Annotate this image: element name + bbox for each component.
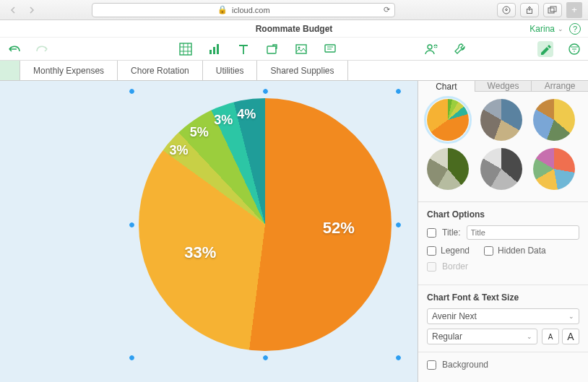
svg-rect-5	[209, 50, 212, 54]
chart-style-swatch[interactable]	[427, 99, 469, 141]
border-checkbox	[427, 262, 436, 272]
downloads-button[interactable]	[497, 3, 516, 17]
hidden-data-checkbox[interactable]	[484, 246, 493, 256]
table-button[interactable]	[178, 41, 194, 57]
new-tab-button[interactable]: +	[566, 2, 582, 18]
pie-slice-label: 3%	[214, 113, 233, 128]
svg-rect-2	[548, 8, 554, 13]
filter-button[interactable]	[566, 41, 582, 57]
inspector-tab-wedges[interactable]: Wedges	[475, 81, 532, 92]
svg-rect-7	[217, 44, 219, 54]
section-heading: Chart Options	[427, 209, 579, 220]
chevron-down-icon: ⌄	[558, 25, 563, 32]
background-checkbox[interactable]	[427, 360, 436, 370]
document-title: Roommate Budget	[256, 24, 333, 34]
chart-style-swatch[interactable]	[533, 99, 575, 141]
resize-handle[interactable]	[129, 355, 135, 361]
sheet-tab[interactable]: Monthly Expenses	[20, 61, 118, 80]
forward-button[interactable]	[25, 3, 39, 17]
back-button[interactable]	[6, 3, 20, 17]
help-button[interactable]: ?	[569, 23, 581, 35]
chart-style-grid	[418, 92, 588, 202]
pie-slice-label: 5%	[190, 125, 209, 140]
resize-handle[interactable]	[395, 222, 402, 228]
format-button[interactable]	[537, 41, 553, 57]
font-larger-button[interactable]: A	[562, 329, 579, 344]
resize-handle[interactable]	[262, 355, 269, 361]
resize-handle[interactable]	[262, 88, 269, 95]
section-heading: Chart Font & Text Size	[427, 292, 579, 303]
inspector-panel: Chart Wedges Arrange Chart Options Title…	[418, 81, 588, 382]
redo-button[interactable]	[35, 41, 51, 57]
title-label: Title:	[442, 227, 461, 238]
pie-slice-label: 3%	[169, 143, 188, 158]
chart-style-swatch[interactable]	[480, 148, 522, 190]
inspector-tab-arrange[interactable]: Arrange	[531, 81, 588, 92]
title-input[interactable]	[467, 225, 579, 240]
undo-button[interactable]	[6, 41, 22, 57]
font-style-select[interactable]: Regular⌄	[427, 329, 537, 344]
svg-rect-8	[267, 46, 276, 53]
svg-rect-4	[180, 43, 191, 55]
title-checkbox[interactable]	[427, 228, 436, 238]
shape-button[interactable]	[264, 41, 280, 57]
media-button[interactable]	[293, 41, 309, 57]
chart-selection[interactable]: 52%33%3%5%3%4%	[131, 91, 399, 358]
resize-handle[interactable]	[129, 222, 135, 228]
chevron-down-icon: ⌄	[568, 313, 574, 320]
share-button[interactable]	[520, 3, 539, 17]
svg-rect-3	[550, 6, 556, 12]
sheet-tabs: Monthly Expenses Chore Rotation Utilitie…	[0, 61, 588, 81]
svg-rect-9	[296, 45, 306, 53]
app-toolbar	[0, 38, 588, 61]
svg-point-10	[298, 46, 301, 48]
tools-button[interactable]	[452, 41, 468, 57]
pie-slice-label: 52%	[323, 219, 355, 238]
chart-style-swatch[interactable]	[533, 148, 575, 190]
title-bar: Roommate Budget Karina⌄ ?	[0, 20, 588, 38]
chart-button[interactable]	[207, 41, 222, 57]
resize-handle[interactable]	[395, 88, 402, 95]
user-menu[interactable]: Karina⌄	[529, 24, 563, 34]
sheet-tab[interactable]: Chore Rotation	[118, 61, 203, 80]
svg-rect-11	[325, 45, 335, 52]
background-section: Background	[418, 352, 588, 382]
canvas[interactable]: 52%33%3%5%3%4%	[0, 81, 418, 382]
add-sheet-button[interactable]	[0, 61, 20, 80]
font-section: Chart Font & Text Size Avenir Next⌄ Regu…	[418, 285, 588, 352]
url-bar[interactable]: 🔒 icloud.com ⟳	[92, 3, 395, 17]
reload-icon[interactable]: ⟳	[384, 5, 390, 14]
resize-handle[interactable]	[129, 88, 135, 95]
url-text: icloud.com	[232, 6, 270, 14]
font-family-select[interactable]: Avenir Next⌄	[427, 308, 579, 324]
chart-style-swatch[interactable]	[427, 148, 469, 190]
sheet-tab[interactable]: Utilities	[203, 61, 258, 80]
browser-toolbar: 🔒 icloud.com ⟳ +	[0, 0, 588, 20]
pie-slice-label: 33%	[184, 243, 216, 262]
font-smaller-button[interactable]: A	[542, 329, 559, 344]
legend-checkbox[interactable]	[427, 246, 436, 256]
chart-options-section: Chart Options Title: Legend Hidden Data …	[418, 202, 588, 285]
tabs-button[interactable]	[543, 3, 562, 17]
sheet-tab[interactable]: Shared Supplies	[257, 61, 347, 80]
chart-style-swatch[interactable]	[480, 99, 522, 141]
collaborate-button[interactable]	[423, 41, 439, 57]
svg-point-12	[428, 45, 432, 49]
pie-slice-label: 4%	[237, 107, 256, 122]
lock-icon: 🔒	[217, 5, 228, 14]
resize-handle[interactable]	[395, 355, 402, 361]
chevron-down-icon: ⌄	[527, 333, 532, 340]
inspector-tab-chart[interactable]: Chart	[418, 81, 475, 92]
svg-rect-6	[213, 47, 215, 54]
comment-button[interactable]	[322, 41, 338, 57]
text-button[interactable]	[235, 41, 251, 57]
